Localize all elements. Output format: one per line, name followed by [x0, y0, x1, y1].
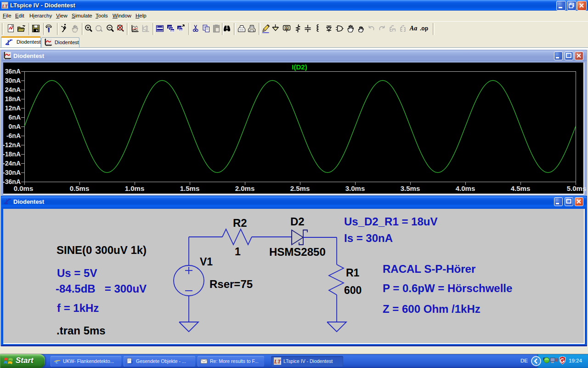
svg-text:-18nA: -18nA: [3, 150, 21, 158]
svg-text:5.0ms: 5.0ms: [567, 184, 587, 192]
svg-text:18nA: 18nA: [5, 95, 21, 103]
svg-text:LT: LT: [274, 358, 281, 365]
svg-text:3.0ms: 3.0ms: [345, 184, 365, 192]
svg-text:-6nA: -6nA: [6, 132, 21, 139]
svg-text:.op: .op: [420, 25, 428, 32]
svg-text:I(D2): I(D2): [292, 63, 307, 71]
svg-text:-30nA: -30nA: [3, 169, 21, 176]
svg-text:4.5ms: 4.5ms: [511, 184, 531, 192]
svg-text:2.0ms: 2.0ms: [235, 184, 255, 192]
svg-text:0.5ms: 0.5ms: [70, 184, 90, 192]
svg-text:30nA: 30nA: [5, 77, 21, 84]
svg-text:3.5ms: 3.5ms: [401, 184, 420, 192]
svg-text:24nA: 24nA: [5, 86, 21, 93]
svg-text:1.0ms: 1.0ms: [125, 184, 145, 192]
svg-text:0.0ms: 0.0ms: [14, 184, 34, 192]
svg-text:4.0ms: 4.0ms: [456, 184, 475, 192]
svg-text:-24nA: -24nA: [3, 160, 21, 167]
svg-text:6nA: 6nA: [9, 114, 21, 121]
svg-text:2.5ms: 2.5ms: [290, 184, 310, 192]
svg-text:36nA: 36nA: [5, 68, 21, 75]
svg-text:-12nA: -12nA: [3, 141, 21, 149]
svg-text:A: A: [286, 27, 288, 29]
svg-text:0nA: 0nA: [9, 123, 21, 130]
svg-text:Aa: Aa: [409, 25, 417, 32]
svg-text:12nA: 12nA: [5, 104, 21, 112]
svg-text:1.5ms: 1.5ms: [180, 184, 200, 192]
svg-text:LT: LT: [2, 4, 8, 9]
